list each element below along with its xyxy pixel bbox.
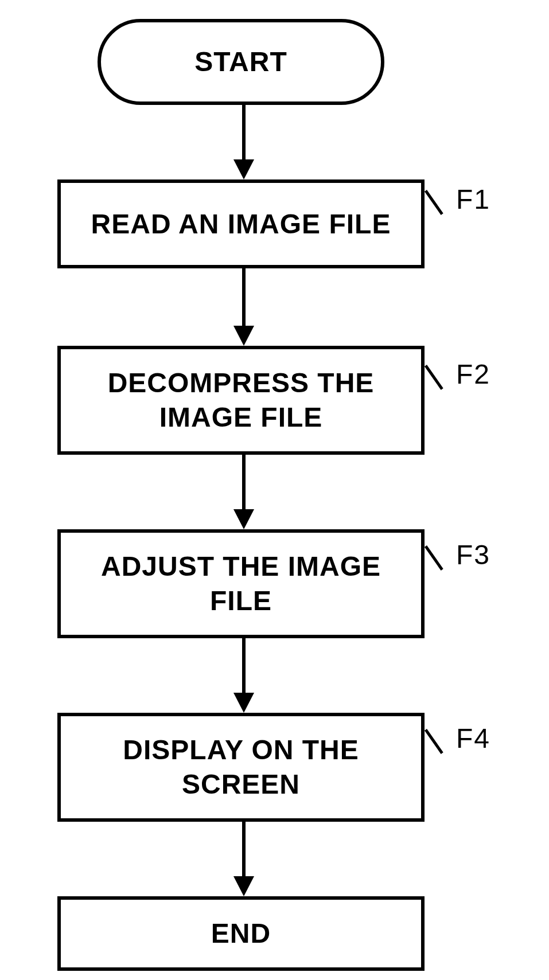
tick-f4 <box>426 711 447 745</box>
svg-marker-3 <box>233 326 254 346</box>
arrow-f3-f4 <box>238 638 250 713</box>
process-f4-text: DISPLAY ON THE SCREEN <box>61 733 421 802</box>
tick-f2 <box>426 347 447 381</box>
tick-f3 <box>426 528 447 562</box>
process-f1-text: READ AN IMAGE FILE <box>91 207 391 241</box>
svg-marker-1 <box>233 159 254 179</box>
label-f1: F1 <box>456 183 490 215</box>
label-f2: F2 <box>456 358 490 390</box>
process-f2-text: DECOMPRESS THE IMAGE FILE <box>61 366 421 435</box>
label-f4: F4 <box>456 723 490 754</box>
process-f4: DISPLAY ON THE SCREEN <box>57 713 425 822</box>
label-f3: F3 <box>456 539 490 571</box>
svg-marker-7 <box>233 693 254 713</box>
svg-marker-9 <box>233 876 254 896</box>
flowchart-canvas: START READ AN IMAGE FILE F1 DECOMPRESS T… <box>0 0 549 980</box>
process-f3: ADJUST THE IMAGE FILE <box>57 529 425 638</box>
arrow-f1-f2 <box>238 268 250 346</box>
process-f2: DECOMPRESS THE IMAGE FILE <box>57 346 425 455</box>
arrow-f2-f3 <box>238 455 250 529</box>
tick-f1 <box>426 172 447 206</box>
process-f3-text: ADJUST THE IMAGE FILE <box>61 549 421 618</box>
svg-marker-5 <box>233 509 254 529</box>
end-text: END <box>211 916 271 951</box>
arrow-f4-end <box>238 822 250 896</box>
arrow-start-f1 <box>238 105 250 179</box>
terminator-start: START <box>98 19 384 105</box>
process-f1: READ AN IMAGE FILE <box>57 179 425 268</box>
start-text: START <box>194 45 287 79</box>
terminator-end: END <box>57 896 425 971</box>
